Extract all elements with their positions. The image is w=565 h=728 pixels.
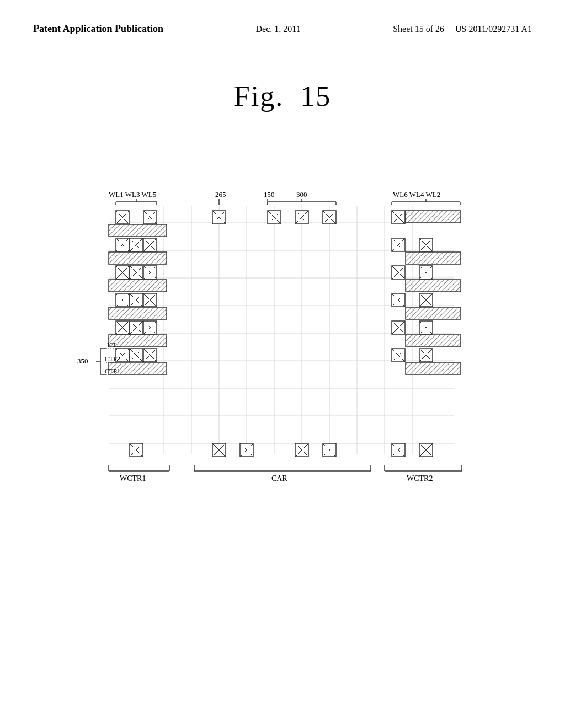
xbox-r4c3: [143, 293, 157, 307]
xbox-right-r4-1: [392, 293, 405, 307]
patent-number: US 2011/0292731 A1: [455, 24, 532, 34]
svg-rect-115: [406, 252, 461, 264]
publication-date: Dec. 1, 2011: [256, 22, 301, 34]
xbox-r5c3: [143, 321, 157, 334]
xbox-right-r1-1: [392, 211, 405, 224]
xbox-right-bot-1: [392, 443, 405, 457]
xbox-right-r6-1: [392, 349, 405, 362]
wl1-label: WL1 WL3 WL5: [109, 190, 156, 199]
svg-rect-27: [109, 224, 167, 237]
xbox-r2c2: [130, 238, 143, 251]
svg-rect-136: [406, 335, 461, 347]
svg-rect-122: [406, 280, 461, 292]
xbox-right-r4-2: [419, 293, 433, 307]
xbox-center-r1-1: [212, 211, 226, 224]
xbox-right-r2-2: [419, 238, 433, 251]
car-label: CAR: [271, 474, 287, 483]
xbox-center-r1-2: [268, 211, 281, 224]
ctp1-label: CTP1: [105, 367, 120, 375]
svg-rect-108: [406, 211, 461, 223]
xbox-bot-2: [240, 443, 253, 457]
xbox-r3c2: [130, 266, 143, 279]
xbox-r6c2: [130, 349, 143, 362]
xbox-r3c3: [143, 266, 157, 279]
xbox-right-r6-2: [419, 349, 433, 362]
wl6-label: WL6 WL4 WL2: [393, 190, 440, 199]
xbox-right-r2-1: [392, 238, 405, 251]
xbox-right-r5-2: [419, 321, 433, 334]
xbox-right-r3-1: [392, 266, 405, 279]
xbox-r4c1: [116, 293, 129, 307]
publication-title: Patent Application Publication: [33, 22, 163, 36]
xbox-bot-1: [212, 443, 226, 457]
xbox-r4c2: [130, 293, 143, 307]
xbox-r1c1: [116, 211, 129, 224]
xbox-right-r3-2: [419, 266, 433, 279]
xbox-r2c3: [143, 238, 157, 251]
diagram-svg: WL1 WL3 WL5 265 150 300 WL6 WL4 WL2 350 …: [67, 146, 498, 521]
svg-rect-143: [406, 362, 461, 374]
xbox-bot-3: [295, 443, 308, 457]
svg-rect-129: [406, 307, 461, 319]
xbox-center-r1-3: [295, 211, 308, 224]
xbox-r5c1: [116, 321, 129, 334]
diagram-area: WL1 WL3 WL5 265 150 300 WL6 WL4 WL2 350 …: [67, 146, 498, 521]
xbox-r2c1: [116, 238, 129, 251]
xbox-r5c2: [130, 321, 143, 334]
xbox-r6c3: [143, 349, 157, 362]
wctr1-label: WCTR1: [120, 474, 146, 483]
xbox-bot-4: [323, 443, 336, 457]
xbox-r1c3: [143, 211, 157, 224]
label-300: 300: [296, 190, 307, 199]
ctp2-label: CTP2: [105, 355, 120, 363]
label-350: 350: [77, 357, 88, 365]
page-header: Patent Application Publication Dec. 1, 2…: [0, 0, 565, 36]
wctr2-label: WCTR2: [407, 474, 433, 483]
svg-rect-47: [109, 280, 167, 292]
icl-label: ICL: [107, 341, 118, 349]
sheet-info: Sheet 15 of 26 US 2011/0292731 A1: [393, 22, 532, 34]
xbox-r7c1: [130, 443, 143, 457]
label-265: 265: [215, 190, 226, 199]
svg-rect-37: [109, 252, 167, 264]
sheet-number: Sheet 15 of 26: [393, 24, 444, 34]
label-150: 150: [264, 190, 275, 199]
xbox-right-r5-1: [392, 321, 405, 334]
xbox-right-bot-2: [419, 443, 433, 457]
svg-rect-57: [109, 307, 167, 319]
figure-title: Fig. 15: [0, 80, 565, 113]
xbox-r3c1: [116, 266, 129, 279]
xbox-center-r1-4: [323, 211, 336, 224]
